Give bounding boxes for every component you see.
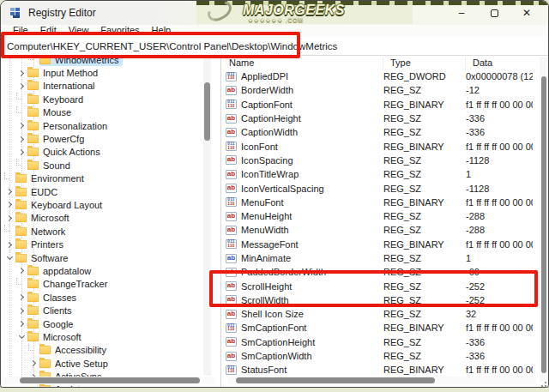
tree-item-label: Printers — [31, 239, 63, 250]
registry-value-row-iconverticalspacing[interactable]: IconVerticalSpacingREG_SZ-1128 — [222, 181, 533, 195]
value-name: Shell Icon Size — [241, 309, 304, 319]
value-name: StatusFont — [241, 365, 287, 375]
scrollbar-thumb[interactable] — [236, 377, 435, 383]
registry-value-row-messagefont[interactable]: 011110MessageFontREG_BINARYf1 ff ff ff 0… — [222, 238, 533, 251]
chevron-right-icon[interactable] — [4, 213, 15, 224]
registry-value-row-captionwidth[interactable]: CaptionWidthREG_SZ-336 — [222, 125, 533, 139]
chevron-right-icon[interactable] — [16, 292, 27, 303]
tree-item-label: EUDC — [31, 187, 57, 197]
registry-value-row-captionheight[interactable]: CaptionHeightREG_SZ-336 — [222, 112, 533, 125]
registry-value-row-smcaptionheight[interactable]: SmCaptionHeightREG_SZ-336 — [222, 335, 533, 349]
registry-value-row-menufont[interactable]: 011110MenuFontREG_BINARYf1 ff ff ff 00 0… — [222, 196, 533, 209]
tree-item-keyboard-layout[interactable]: Keyboard Layout — [1, 198, 220, 211]
tree-item-mouse[interactable]: Mouse — [1, 106, 220, 119]
folder-icon — [27, 135, 39, 143]
value-type: REG_SZ — [383, 155, 466, 166]
value-name: IconVerticalSpacing — [241, 184, 324, 194]
chevron-right-icon[interactable] — [4, 186, 15, 197]
registry-value-row-captionfont[interactable]: 011110CaptionFontREG_BINARYf1 ff ff ff 0… — [222, 98, 533, 112]
chevron-right-icon[interactable] — [16, 134, 27, 145]
tree-connector — [4, 173, 15, 184]
string-value-icon — [226, 226, 237, 235]
list-vertical-scrollbar[interactable] — [540, 57, 548, 382]
tree-item-eudc[interactable]: EUDC — [1, 185, 220, 198]
chevron-right-icon[interactable] — [16, 318, 27, 329]
window-title: Registry Editor — [28, 7, 96, 19]
tree-item-personalization[interactable]: Personalization — [1, 119, 220, 132]
tree-item-changetracker[interactable]: ChangeTracker — [1, 278, 220, 291]
value-name: CaptionWidth — [241, 127, 298, 137]
scrollbar-thumb[interactable] — [541, 76, 546, 373]
list-horizontal-scrollbar[interactable] — [227, 377, 536, 384]
chevron-right-icon[interactable] — [4, 199, 15, 210]
tree-item-microsoft[interactable]: Microsoft — [1, 212, 220, 225]
tree-item-microsoft[interactable]: Microsoft — [1, 330, 220, 343]
tree-item-sound[interactable]: Sound — [1, 159, 220, 172]
tree-item-appdatalow[interactable]: appdatalow — [1, 264, 220, 277]
registry-value-row-applieddpi[interactable]: 011110AppliedDPIREG_DWORD0x00000078 (120… — [222, 69, 533, 83]
chevron-right-icon[interactable] — [16, 265, 27, 276]
value-type: REG_SZ — [383, 309, 466, 319]
tree-item-accessibility[interactable]: Accessibility — [1, 344, 220, 357]
main-area: WindowMetricsInput MethodInternationalKe… — [1, 56, 548, 387]
tree-connector — [16, 160, 27, 171]
tree-item-printers[interactable]: Printers — [1, 238, 220, 250]
chevron-right-icon[interactable] — [16, 305, 27, 317]
chevron-down-icon[interactable] — [4, 252, 15, 263]
tree-vertical-scrollbar[interactable] — [203, 58, 211, 376]
registry-value-row-iconfont[interactable]: 011110IconFontREG_BINARYf1 ff ff ff 00 0… — [222, 139, 533, 153]
registry-value-row-menuwidth[interactable]: MenuWidthREG_SZ-288 — [222, 223, 533, 237]
resize-grip[interactable] — [545, 382, 546, 383]
registry-value-row-shell-icon-size[interactable]: Shell Icon SizeREG_SZ32 — [222, 307, 533, 321]
tree-item-label: Environment — [31, 173, 84, 184]
tree-item-network[interactable]: Network — [1, 225, 220, 238]
registry-tree: WindowMetricsInput MethodInternationalKe… — [1, 56, 220, 387]
registry-value-row-iconspacing[interactable]: IconSpacingREG_SZ-1128 — [222, 154, 533, 167]
registry-value-row-icontitlewrap[interactable]: IconTitleWrapREG_SZ1 — [222, 167, 533, 181]
tree-item-clients[interactable]: Clients — [1, 304, 220, 317]
tree-horizontal-scrollbar[interactable] — [4, 377, 215, 384]
value-data: f1 ff ff ff 00 00 00 — [466, 323, 533, 333]
registry-value-row-minanimate[interactable]: MinAnimateREG_SZ1 — [222, 251, 533, 265]
registry-value-row-menuheight[interactable]: MenuHeightREG_SZ-288 — [222, 209, 533, 223]
value-data: f1 ff ff ff 00 00 00 — [466, 100, 533, 110]
chevron-right-icon[interactable] — [28, 384, 39, 387]
tree-item-google[interactable]: Google — [1, 317, 220, 330]
tree-item-input-method[interactable]: Input Method — [1, 66, 220, 79]
tree-connector — [16, 93, 27, 105]
string-value-icon — [226, 86, 237, 95]
registry-value-row-smcaptionwidth[interactable]: SmCaptionWidthREG_SZ-336 — [222, 349, 533, 363]
chevron-right-icon[interactable] — [16, 147, 27, 158]
chevron-right-icon[interactable] — [16, 68, 27, 79]
registry-value-row-statusfont[interactable]: 011110StatusFontREG_BINARYf1 ff ff ff 00… — [222, 363, 533, 377]
registry-value-row-borderwidth[interactable]: BorderWidthREG_SZ-12 — [222, 83, 533, 97]
chevron-right-icon[interactable] — [28, 358, 39, 369]
column-header-name[interactable]: Name — [222, 57, 383, 70]
tree-item-classes[interactable]: Classes — [1, 291, 220, 304]
tree-item-label: Clients — [43, 305, 72, 316]
tree-item-keyboard[interactable]: Keyboard — [1, 93, 220, 106]
registry-value-row-smcaptionfont[interactable]: 011110SmCaptionFontREG_BINARYf1 ff ff ff… — [222, 321, 533, 335]
value-name: MenuWidth — [241, 225, 289, 235]
tree-item-powercfg[interactable]: PowerCfg — [1, 132, 220, 145]
column-header-type[interactable]: Type — [383, 57, 466, 70]
chevron-right-icon[interactable] — [16, 120, 27, 131]
chevron-right-icon[interactable] — [4, 239, 15, 250]
tree-item-label: Sound — [43, 160, 70, 171]
tree-item-software[interactable]: Software — [1, 251, 220, 264]
tree-item-quick-actions[interactable]: Quick Actions — [1, 146, 220, 159]
tree-item-active-setup[interactable]: Active Setup — [1, 357, 220, 370]
value-name: MenuHeight — [241, 211, 292, 221]
scrollbar-thumb[interactable] — [20, 377, 200, 383]
tree-connector — [16, 279, 27, 290]
chevron-right-icon[interactable] — [16, 81, 27, 92]
column-header-data[interactable]: Data — [466, 57, 533, 70]
folder-icon — [15, 227, 27, 236]
tree-item-international[interactable]: International — [1, 80, 220, 93]
value-data: -336 — [466, 351, 533, 361]
string-value-icon — [226, 352, 237, 361]
chevron-down-icon[interactable] — [16, 331, 27, 342]
scrollbar-thumb[interactable] — [204, 82, 210, 141]
tree-item-environment[interactable]: Environment — [1, 172, 220, 185]
value-type: REG_BINARY — [383, 100, 466, 110]
